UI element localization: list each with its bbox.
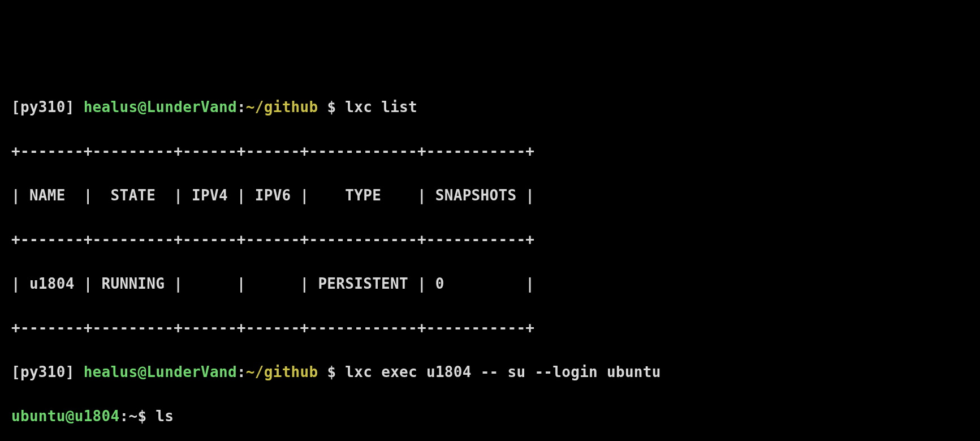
colon: :: [237, 363, 246, 380]
nested-prompt-1[interactable]: ubuntu@u1804:~$ ls: [11, 405, 969, 427]
prompt-line-1[interactable]: [py310] healus@LunderVand:~/github $ lxc…: [11, 96, 969, 118]
command-text: lxc exec u1804 -- su --login ubuntu: [345, 363, 660, 380]
table-header-row: | NAME | STATE | IPV4 | IPV6 | TYPE | SN…: [11, 185, 969, 207]
user-host: ubuntu@u1804: [11, 408, 119, 425]
working-dir: ~: [128, 408, 137, 425]
virtualenv-tag: [py310]: [11, 99, 75, 115]
table-border-top: +-------+---------+------+------+-------…: [11, 140, 969, 162]
virtualenv-tag: [py310]: [11, 363, 75, 380]
prompt-sigil: $: [318, 99, 345, 115]
table-data-row: | u1804 | RUNNING | | | PERSISTENT | 0 |: [11, 273, 969, 295]
prompt-line-2[interactable]: [py310] healus@LunderVand:~/github $ lxc…: [11, 361, 969, 383]
prompt-sigil: $: [137, 408, 156, 425]
colon: :: [119, 408, 128, 425]
working-dir: ~/github: [246, 99, 318, 115]
user-host: healus@LunderVand: [84, 363, 237, 380]
working-dir: ~/github: [246, 363, 318, 380]
user-host: healus@LunderVand: [84, 99, 237, 115]
table-border-bottom: +-------+---------+------+------+-------…: [11, 317, 969, 339]
command-text: ls: [156, 408, 174, 425]
prompt-sigil: $: [318, 363, 345, 380]
table-border-middle: +-------+---------+------+------+-------…: [11, 229, 969, 251]
command-text: lxc list: [345, 99, 417, 115]
colon: :: [237, 99, 246, 115]
